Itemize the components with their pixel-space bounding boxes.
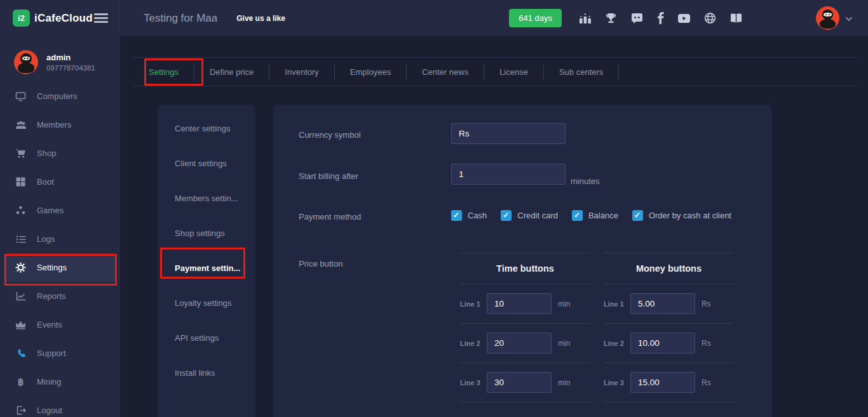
line-label: Line 2 (460, 340, 484, 347)
bitcoin-icon: ฿ (15, 376, 26, 387)
time-row-3: Line 3 min (460, 363, 590, 402)
monitor-icon (15, 91, 26, 102)
tab-settings[interactable]: Settings (133, 63, 194, 81)
sidebar-item-members[interactable]: Members (0, 110, 120, 139)
min-suffix: min (558, 300, 570, 308)
currency-symbol-label: Currency symbol (299, 130, 361, 140)
checkbox-label: Credit card (517, 211, 558, 220)
topbar-icons (579, 12, 743, 24)
time-buttons-header: Time buttons (460, 253, 590, 284)
book-icon[interactable] (729, 13, 743, 24)
settings-nav-panel: Center settings Client settings Members … (158, 105, 255, 417)
sidebar-item-shop[interactable]: Shop (0, 139, 120, 168)
tab-inventory[interactable]: Inventory (269, 63, 334, 81)
cart-icon (15, 148, 26, 159)
phone-icon (15, 348, 26, 359)
settings-nav-shop[interactable]: Shop settings (158, 216, 255, 251)
line-label: Line 3 (604, 379, 628, 387)
time-row-2: Line 2 min (460, 324, 590, 363)
settings-nav-api[interactable]: API settings (158, 321, 255, 355)
tab-define-price[interactable]: Define price (194, 63, 269, 81)
discord-icon[interactable] (630, 13, 644, 24)
chevron-down-icon[interactable] (845, 13, 853, 24)
rs-suffix: Rs (702, 300, 711, 308)
settings-nav-payment[interactable]: Payment settin... (158, 251, 255, 286)
main-content: Settings Define price Inventory Employee… (120, 36, 868, 417)
sidebar-item-games[interactable]: Games (0, 196, 120, 225)
top-bar: i2 iCafeCloud Testing for Maa Give us a … (0, 0, 868, 36)
settings-nav-install[interactable]: Install links (158, 355, 255, 390)
sidebar-item-mining[interactable]: ฿ Mining (0, 367, 120, 396)
money-buttons-group: Money buttons Line 1 Rs Line 2 Rs Line 3 (604, 253, 734, 417)
checkbox-order-by-cash[interactable]: Order by cash at client (632, 210, 731, 221)
globe-icon[interactable] (704, 12, 716, 24)
checkbox-credit-card[interactable]: Credit card (501, 210, 558, 221)
windows-icon (15, 176, 26, 187)
time-row-4-partial (460, 402, 590, 417)
profile-avatar (14, 50, 38, 74)
time-line2-input[interactable] (487, 333, 552, 354)
time-buttons-group: Time buttons Line 1 min Line 2 min Line … (460, 253, 590, 417)
money-row-3: Line 3 Rs (604, 363, 734, 402)
currency-symbol-input[interactable] (451, 123, 566, 144)
settings-nav-loyalty[interactable]: Loyalty settings (158, 286, 255, 321)
tab-center-news[interactable]: Center news (407, 63, 484, 81)
start-billing-input[interactable] (451, 164, 566, 185)
sidebar-item-logout[interactable]: Logout (0, 396, 120, 417)
price-button-label: Price button (299, 259, 342, 268)
checkbox-cash[interactable]: Cash (451, 210, 487, 221)
time-row-1: Line 1 min (460, 284, 590, 324)
checkbox-checked-icon (572, 210, 583, 221)
sidebar-item-reports[interactable]: Reports (0, 282, 120, 310)
tab-bar: Settings Define price Inventory Employee… (133, 57, 855, 86)
youtube-icon[interactable] (677, 13, 691, 23)
trophy-icon[interactable] (605, 13, 617, 24)
facebook-icon[interactable] (657, 12, 664, 24)
tab-license[interactable]: License (484, 63, 544, 81)
money-row-1: Line 1 Rs (604, 284, 734, 324)
sidebar-item-boot[interactable]: Boot (0, 168, 120, 196)
line-label: Line 1 (604, 300, 628, 308)
min-suffix: min (558, 378, 570, 387)
payment-settings-form: Currency symbol Start billing after minu… (273, 105, 772, 417)
checkbox-label: Cash (468, 211, 487, 220)
min-suffix: min (558, 339, 570, 348)
tab-sub-centers[interactable]: Sub centers (544, 63, 619, 81)
days-remaining-button[interactable]: 641 days (509, 9, 562, 27)
start-billing-label: Start billing after (299, 171, 358, 181)
sidebar-item-label: Mining (37, 377, 61, 387)
time-line1-input[interactable] (487, 293, 552, 314)
sidebar-item-computers[interactable]: Computers (0, 82, 120, 110)
payment-method-label: Payment method (299, 212, 361, 222)
checkbox-label: Order by cash at client (649, 211, 731, 220)
settings-nav-center[interactable]: Center settings (158, 111, 255, 146)
chart-icon (15, 291, 26, 301)
line-label: Line 2 (604, 340, 628, 347)
money-row-4-partial (604, 402, 734, 417)
profile-block[interactable]: admin 097778704381 (0, 36, 120, 76)
icafecloud-app: i2 iCafeCloud Testing for Maa Give us a … (0, 0, 868, 417)
give-us-a-like-link[interactable]: Give us a like (236, 14, 285, 23)
tab-employees[interactable]: Employees (335, 63, 407, 81)
sidebar-item-settings[interactable]: Settings (4, 253, 116, 282)
checkbox-balance[interactable]: Balance (572, 210, 618, 221)
center-name: Testing for Maa (144, 12, 217, 25)
hamburger-menu-icon[interactable] (94, 11, 108, 25)
line-label: Line 3 (460, 379, 484, 387)
sidebar-item-label: Computers (37, 91, 78, 101)
user-avatar[interactable] (816, 6, 839, 30)
sidebar-item-events[interactable]: Events (0, 310, 120, 339)
sidebar-item-logs[interactable]: Logs (0, 225, 120, 253)
money-line2-input[interactable] (630, 333, 695, 354)
money-line1-input[interactable] (630, 293, 695, 314)
money-line3-input[interactable] (630, 372, 695, 393)
settings-nav-client[interactable]: Client settings (158, 146, 255, 181)
sidebar-item-label: Logs (37, 234, 55, 244)
checkbox-checked-icon (632, 210, 643, 221)
gear-icon (15, 262, 26, 273)
sidebar-item-support[interactable]: Support (0, 339, 120, 367)
settings-nav-members[interactable]: Members settin... (158, 181, 255, 216)
time-line3-input[interactable] (487, 372, 552, 393)
ranking-icon[interactable] (579, 13, 592, 24)
logout-icon (15, 405, 26, 416)
